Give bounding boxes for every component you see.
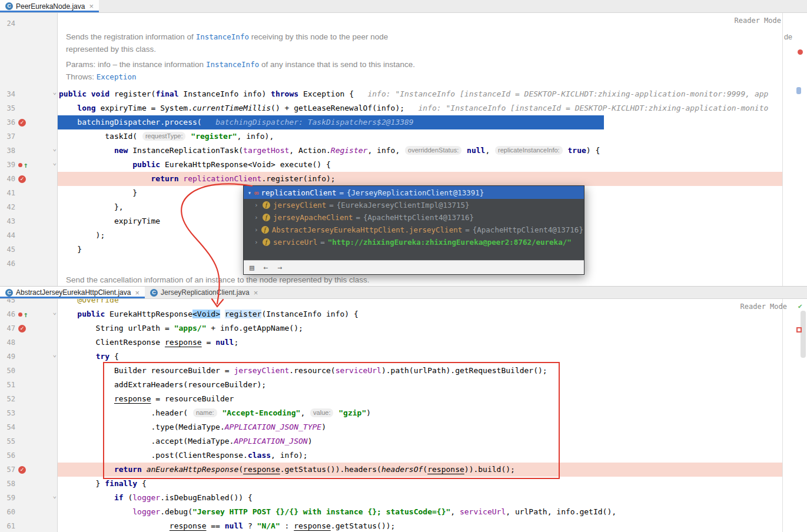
code-token: targetHost — [243, 146, 289, 155]
gutter[interactable]: 37 — [0, 129, 58, 144]
scrollbar-thumb[interactable] — [801, 311, 806, 358]
variable-row[interactable]: ›fjerseyApacheClient = {ApacheHttpClient… — [244, 211, 584, 224]
code-line-54[interactable]: 54 .type(MediaType.APPLICATION_JSON_TYPE… — [0, 420, 807, 434]
tab-close-icon[interactable]: × — [135, 289, 140, 297]
gutter[interactable]: 44 — [0, 228, 58, 242]
code-line-47[interactable]: 47✓ String urlPath = "apps/" + info.getA… — [0, 321, 807, 335]
top-editor[interactable]: 24 Sends the registration information of… — [0, 13, 807, 286]
variables-view-icon[interactable]: ▤ — [250, 263, 254, 272]
gutter[interactable]: 49⌄ — [0, 350, 58, 364]
code-line-49[interactable]: 49⌄ try { — [0, 350, 807, 364]
fold-icon[interactable]: ⌄ — [52, 308, 57, 316]
variable-row[interactable]: ›fserviceUrl = "http://zhixingEureka:zhi… — [244, 236, 584, 248]
gutter[interactable]: 40✓ — [0, 172, 58, 186]
gutter[interactable]: 52 — [0, 392, 58, 406]
chevron-right-icon[interactable]: › — [254, 201, 260, 209]
fold-icon[interactable]: ⌄ — [52, 351, 57, 358]
code-token: null — [467, 146, 485, 155]
bottom-editor[interactable]: 45 @Override46↑⌄ public EurekaHttpRespon… — [0, 299, 807, 532]
gutter[interactable]: 61 — [0, 519, 58, 532]
chevron-right-icon[interactable]: › — [254, 226, 258, 234]
fold-icon[interactable]: ⌄ — [52, 492, 57, 500]
gutter[interactable]: 48 — [0, 335, 58, 350]
gutter[interactable]: 45 — [0, 299, 58, 307]
variable-row[interactable]: ›fAbstractJerseyEurekaHttpClient.jerseyC… — [244, 224, 584, 236]
code-line-51[interactable]: 51 addExtraHeaders(resourceBuilder); — [0, 378, 807, 392]
breakpoint-icon[interactable]: ✓ — [18, 119, 26, 127]
chevron-right-icon[interactable]: › — [254, 238, 260, 246]
error-stripe-breakpoint-mark[interactable] — [798, 49, 803, 55]
gutter[interactable]: 59⌄ — [0, 491, 58, 505]
code-line-46[interactable]: 46↑⌄ public EurekaHttpResponse<Void> reg… — [0, 307, 807, 321]
fold-icon[interactable]: ⌄ — [52, 88, 57, 96]
gutter[interactable]: 56 — [0, 448, 58, 463]
tab-abstractjerseyeurekahttpclient[interactable]: C AbstractJerseyEurekaHttpClient.java × — [0, 287, 145, 298]
gutter[interactable]: 41 — [0, 186, 58, 200]
code-line-56[interactable]: 56 .post(ClientResponse.class, info); — [0, 448, 807, 463]
code-line-52[interactable]: 52 response = resourceBuilder — [0, 392, 807, 406]
code-line-38[interactable]: 38⌄ new InstanceReplicationTask(targetHo… — [0, 144, 807, 158]
gutter[interactable]: 36✓ — [0, 115, 58, 129]
gutter[interactable]: 58 — [0, 477, 58, 491]
code-line-60[interactable]: 60 logger.debug("Jersey HTTP POST {}/{} … — [0, 505, 807, 519]
code-line-37[interactable]: 37 taskId( requestType: "register", info… — [0, 129, 807, 144]
gutter[interactable]: 60 — [0, 505, 58, 519]
code-line-45[interactable]: 45 @Override — [0, 299, 807, 307]
gutter[interactable]: 51 — [0, 378, 58, 392]
error-stripe-breakpoint-mark[interactable] — [796, 327, 802, 332]
gutter[interactable]: 38⌄ — [0, 144, 58, 158]
gutter[interactable]: 45 — [0, 242, 58, 257]
breakpoint-icon[interactable]: ✓ — [18, 325, 26, 332]
error-stripe-caret-mark[interactable] — [796, 87, 801, 94]
gutter[interactable]: 55 — [0, 434, 58, 448]
code-line-61[interactable]: 61 response == null ? "N/A" : response.g… — [0, 519, 807, 532]
tab-close-icon[interactable]: × — [254, 289, 258, 297]
gutter[interactable]: 42 — [0, 200, 58, 214]
gutter[interactable]: 46 — [0, 257, 58, 271]
code-line-57[interactable]: 57✓ return anEurekaHttpResponse(response… — [0, 463, 807, 477]
gutter[interactable]: 24 — [0, 16, 58, 31]
fold-icon[interactable]: ⌄ — [52, 159, 57, 167]
class-icon: C — [5, 289, 13, 297]
code-line-35[interactable]: 35 long expiryTime = System.currentTimeM… — [0, 101, 807, 115]
gutter[interactable]: 43 — [0, 214, 58, 228]
debugger-popup-header[interactable]: ▾ ∞ replicationClient = {JerseyReplicati… — [244, 186, 584, 199]
gutter[interactable]: 57✓ — [0, 463, 58, 477]
code-line-58[interactable]: 58 } finally { — [0, 477, 807, 491]
tab-peereurekanode[interactable]: C PeerEurekaNode.java × — [0, 0, 99, 12]
reader-mode-label[interactable]: Reader Mode — [735, 16, 781, 25]
chevron-right-icon[interactable]: › — [254, 214, 260, 221]
breakpoint-dot-icon[interactable] — [18, 312, 22, 317]
code-line-34[interactable]: 34⌄public void register(final InstanceIn… — [0, 87, 807, 101]
tab-close-icon[interactable]: × — [89, 2, 94, 10]
back-arrow-icon[interactable]: ← — [264, 263, 268, 272]
gutter[interactable]: 46↑⌄ — [0, 307, 58, 321]
code-line-48[interactable]: 48 ClientResponse response = null; — [0, 335, 807, 350]
fold-icon[interactable]: ⌄ — [52, 145, 57, 152]
variable-row[interactable]: ›fjerseyClient = {EurekaJerseyClientImpl… — [244, 199, 584, 211]
gutter[interactable]: 53 — [0, 406, 58, 420]
gutter[interactable]: 50 — [0, 364, 58, 378]
gutter[interactable]: 39↑⌄ — [0, 158, 58, 172]
gutter[interactable]: 35 — [0, 101, 58, 115]
breakpoint-icon[interactable]: ✓ — [18, 175, 26, 183]
breakpoint-dot-icon[interactable] — [18, 163, 22, 167]
reader-mode-label[interactable]: Reader Mode — [740, 302, 787, 311]
reader-mode-check-icon[interactable]: ✔ — [798, 302, 802, 310]
code-line-36[interactable]: 36✓ batchingDispatcher.process( batching… — [0, 115, 807, 129]
code-line-50[interactable]: 50 Builder resourceBuilder = jerseyClien… — [0, 364, 807, 378]
code-line-55[interactable]: 55 .accept(MediaType.APPLICATION_JSON) — [0, 434, 807, 448]
code-line-24[interactable]: 24 — [0, 16, 807, 31]
gutter[interactable]: 47✓ — [0, 321, 58, 335]
forward-arrow-icon[interactable]: → — [278, 263, 283, 272]
code-line-59[interactable]: 59⌄ if (logger.isDebugEnabled()) { — [0, 491, 807, 505]
code-line-53[interactable]: 53 .header( name: "Accept-Encoding", val… — [0, 406, 807, 420]
code-line-39[interactable]: 39↑⌄ public EurekaHttpResponse<Void> exe… — [0, 158, 807, 172]
chevron-down-icon[interactable]: ▾ — [248, 189, 251, 196]
tab-jerseyreplicationclient[interactable]: C JerseyReplicationClient.java × — [145, 287, 263, 298]
gutter[interactable]: 34⌄ — [0, 87, 58, 101]
code-line-40[interactable]: 40✓ return replicationClient.register(in… — [0, 172, 807, 186]
breakpoint-icon[interactable]: ✓ — [18, 466, 26, 474]
code-token: , — [450, 507, 460, 516]
gutter[interactable]: 54 — [0, 420, 58, 434]
